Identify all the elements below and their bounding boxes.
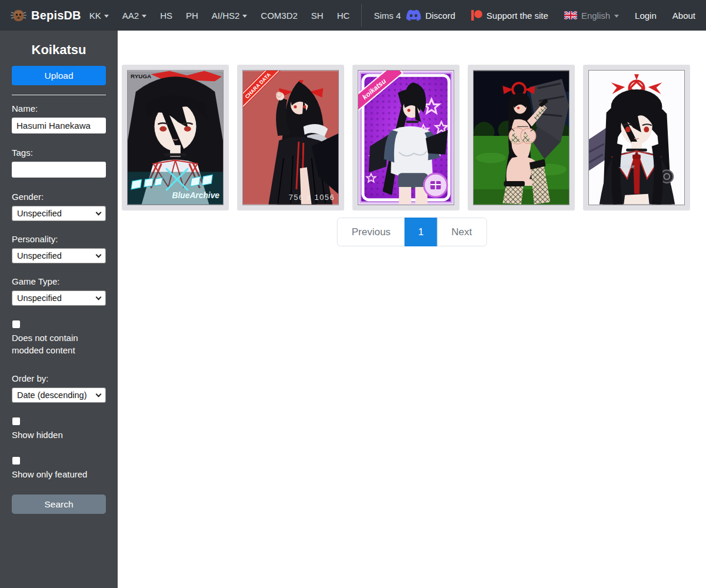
nav-item-aa2[interactable]: AA2 — [122, 11, 146, 21]
pagination: Previous 1 Next — [337, 218, 487, 246]
character-card[interactable]: Justice — [583, 65, 690, 211]
character-art-4 — [474, 71, 569, 205]
nav-item-kk[interactable]: KK — [89, 11, 109, 21]
filter-sidebar: Koikatsu Upload Name: Tags: Gender: Unsp… — [0, 31, 118, 588]
card-thumbnail — [473, 70, 570, 205]
chevron-down-icon — [614, 15, 619, 18]
order-by-select[interactable]: Date (descending) — [12, 387, 106, 403]
results-area: BlueArchive RYUGA — [118, 31, 706, 588]
bluearchive-logo-text: BlueArchive — [172, 191, 219, 200]
page-1-button[interactable]: 1 — [405, 218, 437, 246]
card-thumbnail: Justice — [588, 70, 685, 205]
uk-flag-icon — [564, 11, 577, 19]
game-type-select[interactable]: Unspecified — [12, 290, 106, 306]
show-hidden-checkbox[interactable] — [12, 417, 20, 425]
support-label: Support the site — [487, 11, 548, 21]
show-only-featured-label: Show only featured — [12, 468, 106, 480]
character-card[interactable]: CHARA DATA 756 x 1056 — [237, 65, 344, 211]
page-title: Koikatsu — [12, 42, 106, 58]
chevron-down-icon — [142, 15, 146, 18]
discord-label: Discord — [425, 11, 455, 21]
card-thumbnail: koikatsu — [358, 70, 454, 205]
bepisdb-logo-icon — [11, 8, 26, 24]
sidebar-divider — [12, 95, 106, 95]
nav-item-hs[interactable]: HS — [160, 11, 172, 21]
gender-label: Gender: — [12, 192, 106, 202]
search-button[interactable]: Search — [12, 495, 106, 514]
login-link[interactable]: Login — [635, 11, 657, 21]
character-art-5: Justice — [589, 71, 684, 205]
nav-item-com3d2[interactable]: COM3D2 — [261, 11, 298, 21]
main-nav: KK AA2 HS PH AI/HS2 COM3D2 SH HC Sims 4 — [89, 4, 401, 26]
language-label: English — [581, 11, 610, 21]
personality-label: Personality: — [12, 234, 106, 244]
support-site-link[interactable]: Support the site — [471, 9, 548, 21]
no-modded-content-label: Does not contain modded content — [12, 332, 106, 356]
chevron-down-icon — [96, 295, 102, 300]
nav-item-hc[interactable]: HC — [337, 11, 350, 21]
nav-divider — [361, 4, 362, 26]
patreon-icon — [471, 9, 482, 21]
brand-home-link[interactable]: BepisDB — [11, 8, 81, 24]
character-card[interactable]: BlueArchive RYUGA — [122, 65, 229, 211]
show-only-featured-checkbox[interactable] — [12, 457, 20, 465]
card-thumbnail: CHARA DATA 756 x 1056 — [242, 70, 339, 205]
character-card[interactable] — [468, 65, 575, 211]
card-maker-text: RYUGA — [131, 73, 151, 79]
about-link[interactable]: About — [672, 11, 695, 21]
discord-link[interactable]: Discord — [406, 9, 455, 21]
personality-select[interactable]: Unspecified — [12, 248, 106, 263]
top-navbar: BepisDB KK AA2 HS PH AI/HS2 COM3D2 SH HC… — [0, 0, 706, 31]
character-art-2: CHARA DATA 756 x 1056 — [243, 71, 338, 205]
chevron-down-icon — [242, 15, 247, 18]
tags-label: Tags: — [12, 148, 106, 158]
previous-page-button[interactable]: Previous — [337, 218, 405, 246]
character-art-1: BlueArchive RYUGA — [128, 71, 223, 205]
card-results-grid: BlueArchive RYUGA — [122, 65, 690, 211]
next-page-button[interactable]: Next — [437, 218, 487, 246]
card-thumbnail: BlueArchive RYUGA — [127, 70, 224, 205]
name-input[interactable] — [12, 118, 106, 133]
chevron-down-icon — [96, 392, 102, 397]
nav-item-ph[interactable]: PH — [186, 11, 198, 21]
gender-select[interactable]: Unspecified — [12, 206, 106, 221]
show-hidden-label: Show hidden — [12, 429, 106, 441]
discord-icon — [406, 9, 421, 21]
upload-button[interactable]: Upload — [12, 66, 106, 85]
justice-emblem-text: Justice — [618, 163, 634, 169]
character-card[interactable]: koikatsu — [352, 65, 459, 211]
chevron-down-icon — [96, 252, 102, 258]
card-resolution-label: 756 x 1056 — [289, 193, 335, 202]
navbar-right: Discord Support the site English — [406, 9, 695, 21]
chevron-down-icon — [96, 210, 102, 216]
no-modded-content-checkbox[interactable] — [12, 320, 20, 328]
character-art-3: koikatsu — [358, 71, 454, 205]
game-type-label: Game Type: — [12, 276, 106, 286]
nav-item-sims4[interactable]: Sims 4 — [374, 11, 401, 21]
chevron-down-icon — [104, 15, 109, 18]
nav-item-sh[interactable]: SH — [311, 11, 324, 21]
nav-item-aihs2[interactable]: AI/HS2 — [212, 11, 248, 21]
brand-name: BepisDB — [31, 9, 81, 22]
order-by-label: Order by: — [12, 373, 106, 383]
name-label: Name: — [12, 103, 106, 113]
tags-input[interactable] — [12, 162, 106, 178]
language-select[interactable]: English — [564, 11, 619, 21]
